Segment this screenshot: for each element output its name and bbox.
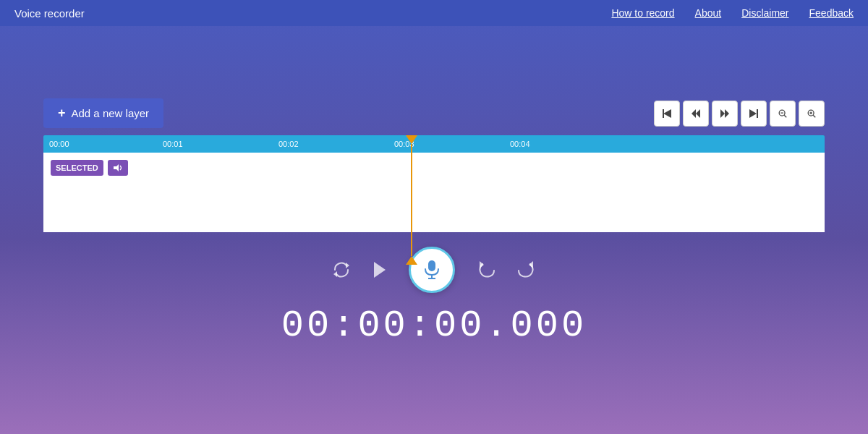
timer-display: 00:00:00.000: [281, 305, 587, 347]
svg-line-8: [784, 115, 786, 117]
svg-marker-17: [374, 262, 386, 278]
loop-button[interactable]: [332, 261, 351, 278]
time-marker-4: 00:04: [510, 140, 530, 148]
redo-button[interactable]: [517, 261, 536, 278]
svg-rect-18: [428, 260, 435, 271]
svg-marker-6: [757, 109, 758, 118]
svg-line-11: [813, 115, 815, 117]
bottom-controls: 00:00:00.000: [43, 247, 825, 347]
timeline-ruler[interactable]: 00:00 00:01 00:02 00:03 00:04: [43, 135, 825, 153]
skip-start-button[interactable]: [654, 101, 680, 127]
app-title: Voice recorder: [14, 7, 85, 20]
nav-links: How to record About Disclaimer Feedback: [611, 7, 854, 19]
step-back-button[interactable]: [683, 101, 709, 127]
skip-end-button[interactable]: [741, 101, 767, 127]
svg-marker-15: [346, 263, 349, 268]
nav-feedback[interactable]: Feedback: [809, 7, 854, 19]
nav-disclaimer[interactable]: Disclaimer: [741, 7, 788, 19]
time-marker-1: 00:01: [163, 140, 183, 148]
zoom-in-button[interactable]: [799, 101, 825, 127]
svg-marker-0: [663, 109, 671, 118]
plus-icon: +: [58, 106, 66, 121]
toolbar: + Add a new layer: [43, 98, 825, 128]
nav-how-to-record[interactable]: How to record: [611, 7, 674, 19]
svg-marker-16: [333, 271, 337, 277]
record-button[interactable]: [409, 247, 455, 293]
svg-marker-1: [692, 109, 696, 118]
undo-button[interactable]: [477, 261, 495, 278]
svg-marker-3: [720, 109, 725, 118]
zoom-out-button[interactable]: [770, 101, 796, 127]
step-forward-button[interactable]: [712, 101, 738, 127]
svg-marker-22: [529, 261, 533, 268]
volume-badge[interactable]: [108, 160, 128, 176]
nav-about[interactable]: About: [695, 7, 722, 19]
playback-controls: [654, 101, 825, 127]
play-button[interactable]: [373, 261, 387, 278]
time-marker-2: 00:02: [278, 140, 299, 148]
add-layer-button[interactable]: + Add a new layer: [43, 98, 163, 128]
svg-marker-2: [696, 109, 700, 118]
add-layer-label: Add a new layer: [72, 107, 150, 119]
timeline-container: 00:00 00:01 00:02 00:03 00:04 SELECTED: [43, 135, 825, 232]
track-area: SELECTED: [43, 153, 825, 232]
main: + Add a new layer: [0, 98, 868, 347]
svg-marker-4: [725, 109, 729, 118]
transport-row: [332, 247, 536, 293]
svg-marker-14: [114, 164, 119, 171]
svg-marker-21: [480, 261, 484, 268]
header: Voice recorder How to record About Discl…: [0, 0, 868, 26]
svg-marker-5: [749, 109, 757, 118]
time-marker-0: 00:00: [49, 140, 69, 148]
time-marker-3: 00:03: [394, 140, 414, 148]
selected-badge[interactable]: SELECTED: [51, 160, 103, 176]
